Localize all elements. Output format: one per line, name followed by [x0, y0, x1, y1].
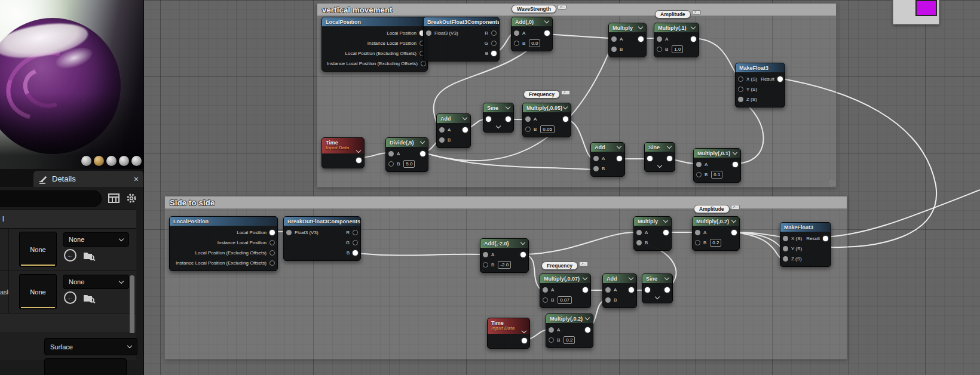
reroute-tag-label[interactable]: Amplitude — [694, 205, 730, 213]
output-pin[interactable] — [638, 36, 644, 42]
collapse-chevron-icon[interactable] — [667, 144, 672, 149]
node-header[interactable]: Divide(,5) — [386, 138, 428, 147]
value-field[interactable]: 0.2 — [710, 239, 721, 247]
input-pin[interactable] — [483, 252, 488, 257]
input-pin[interactable] — [549, 337, 554, 343]
output-pin[interactable] — [506, 116, 511, 122]
input-pin[interactable] — [286, 230, 292, 235]
input-pin[interactable] — [783, 256, 788, 262]
preview-mesh-sphere-button[interactable] — [94, 156, 104, 166]
reroute-tag-icon[interactable]: ↗·· — [558, 5, 566, 10]
close-icon[interactable]: × — [134, 175, 139, 183]
collapse-chevron-icon[interactable] — [520, 240, 525, 245]
comment-title-bar[interactable]: Side to side — [165, 196, 847, 209]
node-header[interactable]: LocalPosition — [170, 217, 277, 226]
node-header[interactable]: Add — [437, 114, 470, 123]
asset-select-dropdown[interactable]: None — [63, 232, 129, 247]
collapse-chevron-icon[interactable] — [664, 275, 669, 280]
tab-details[interactable]: Details × — [33, 171, 143, 187]
reroute-tag-label[interactable]: Amplitude — [655, 10, 691, 19]
collapse-chevron-icon[interactable] — [617, 144, 621, 149]
input-pin[interactable] — [783, 236, 788, 241]
node-multiply-01[interactable]: Multiply(,0.1)AB0.1 — [693, 148, 741, 183]
node-header[interactable]: BreakOutFloat3Components — [284, 217, 360, 226]
node-sine-3[interactable]: Sine — [642, 273, 673, 303]
output-pin[interactable] — [356, 158, 362, 163]
node-header[interactable]: TimeInput Data — [488, 318, 529, 334]
input-pin[interactable] — [483, 262, 488, 268]
collapse-chevron-icon[interactable] — [420, 139, 425, 144]
output-pin[interactable] — [583, 287, 588, 293]
node-makefloat3-2[interactable]: MakeFloat3X (S)ResultY (S)Z (S) — [780, 222, 831, 267]
output-pin[interactable] — [777, 76, 783, 82]
node-graph-canvas[interactable]: vertical movementSide to sideLocalPositi… — [0, 0, 980, 375]
collapse-chevron-icon[interactable] — [522, 328, 526, 333]
output-pin[interactable] — [664, 287, 670, 293]
node-add-0[interactable]: Add(,0)AB0.0 — [511, 17, 553, 51]
input-pin[interactable] — [657, 47, 662, 52]
node-header[interactable]: Multiply(,0.1) — [694, 149, 740, 158]
output-pin[interactable] — [270, 240, 275, 245]
collapse-chevron-icon[interactable] — [585, 315, 590, 320]
collapse-chevron-icon[interactable] — [463, 115, 467, 120]
input-pin[interactable] — [514, 30, 519, 36]
material-domain-dropdown[interactable]: Surface — [44, 338, 137, 355]
node-header[interactable]: Multiply — [634, 217, 671, 226]
expand-node-button[interactable] — [645, 164, 675, 169]
input-pin[interactable] — [605, 297, 611, 303]
named-reroute-tag-wavestrength[interactable]: WaveStrength↗·· — [512, 5, 566, 13]
input-pin[interactable] — [525, 127, 531, 132]
settings-gear-icon[interactable] — [126, 193, 137, 204]
value-field[interactable]: 0.2 — [564, 336, 575, 344]
output-pin[interactable] — [563, 116, 568, 122]
color-swatch[interactable] — [915, 0, 937, 16]
output-pin[interactable] — [663, 230, 669, 235]
output-pin[interactable] — [667, 156, 672, 161]
node-header[interactable]: Sine — [642, 274, 672, 283]
input-pin[interactable] — [738, 97, 743, 102]
input-pin[interactable] — [439, 137, 445, 143]
input-pin[interactable] — [695, 230, 700, 235]
output-pin[interactable] — [420, 151, 425, 156]
comment-resize-handle[interactable] — [829, 180, 835, 186]
named-reroute-tag-amplitude[interactable]: Amplitude↗·· — [694, 205, 740, 213]
input-pin[interactable] — [783, 246, 788, 251]
collapse-chevron-icon[interactable] — [663, 218, 668, 223]
output-pin[interactable] — [270, 230, 275, 235]
output-pin[interactable] — [522, 338, 527, 343]
output-pin[interactable] — [691, 36, 696, 42]
output-pin[interactable] — [491, 51, 497, 56]
input-pin[interactable] — [426, 30, 431, 36]
use-selected-asset-icon[interactable]: ← — [64, 291, 76, 304]
comment-title-bar[interactable]: vertical movement — [317, 4, 836, 16]
node-add-side[interactable]: AddAB — [602, 273, 637, 308]
input-pin[interactable] — [696, 162, 702, 167]
reroute-tag-label[interactable]: WaveStrength — [512, 5, 556, 13]
input-pin[interactable] — [486, 116, 491, 122]
input-pin[interactable] — [388, 151, 394, 156]
expand-node-button[interactable] — [483, 124, 513, 130]
output-pin[interactable] — [353, 230, 358, 235]
node-header[interactable]: Multiply — [609, 23, 646, 32]
collapse-chevron-icon[interactable] — [731, 218, 736, 223]
reroute-tag-label[interactable]: Frequency — [541, 262, 578, 270]
node-localposition-2[interactable]: LocalPositionLocal PositionInstance Loca… — [169, 216, 278, 271]
input-pin[interactable] — [543, 297, 548, 303]
output-pin[interactable] — [463, 127, 468, 133]
node-breakoutfloat3-2[interactable]: BreakOutFloat3ComponentsFloat3 (V3)RGB — [283, 216, 361, 261]
node-localposition-1[interactable]: LocalPositionLocal PositionInstance Loca… — [321, 17, 428, 72]
node-multiply-02-bottom[interactable]: Multiply(,0.2)AB0.2 — [546, 313, 593, 348]
category-header[interactable]: l — [0, 210, 136, 229]
node-header[interactable]: Multiply(,1) — [654, 23, 699, 32]
reroute-tag-label[interactable]: Frequency — [523, 90, 560, 99]
node-time-2[interactable]: TimeInput Data — [487, 318, 530, 349]
output-pin[interactable] — [544, 30, 550, 36]
preview-mesh-plane-button[interactable] — [106, 156, 117, 166]
output-pin[interactable] — [731, 230, 737, 235]
value-field[interactable]: 5.0 — [403, 160, 415, 168]
node-add-mid[interactable]: AddAB — [436, 113, 471, 148]
reroute-tag-icon[interactable]: ↗·· — [731, 205, 740, 210]
collapse-chevron-icon[interactable] — [629, 275, 633, 280]
asset-thumbnail-button[interactable]: None — [19, 232, 57, 267]
output-pin[interactable] — [491, 30, 497, 36]
